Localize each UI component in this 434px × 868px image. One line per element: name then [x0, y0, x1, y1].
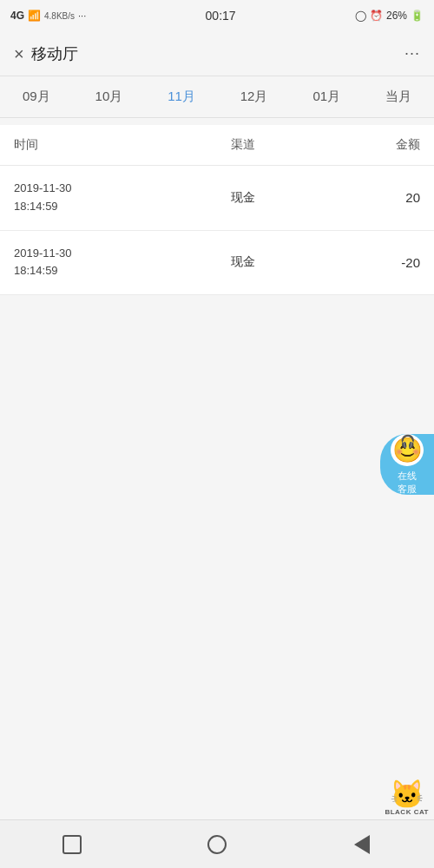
- row2-channel: 现金: [135, 254, 351, 270]
- status-right: ◯ ⏰ 26% 🔋: [355, 10, 424, 22]
- transaction-table: 时间 渠道 金额 2019-11-30 18:14:59 现金 20 2019-…: [0, 125, 434, 295]
- table-row: 2019-11-30 18:14:59 现金 -20: [0, 231, 434, 296]
- wifi-icon: 📶: [28, 10, 41, 22]
- table-row: 2019-11-30 18:14:59 现金 20: [0, 166, 434, 231]
- app-bar: × 移动厅 ···: [0, 31, 434, 76]
- close-button[interactable]: ×: [14, 45, 24, 62]
- row2-time: 2019-11-30 18:14:59: [14, 245, 135, 281]
- tab-10[interactable]: 10月: [92, 82, 127, 112]
- app-bar-left: × 移动厅: [14, 43, 404, 64]
- nav-back-button[interactable]: [341, 824, 383, 865]
- status-time: 00:17: [206, 9, 236, 23]
- status-bar: 4G 📶 4.8KB/s ··· 00:17 ◯ ⏰ 26% 🔋: [0, 0, 434, 31]
- tab-11[interactable]: 11月: [164, 82, 199, 112]
- bottom-nav: [0, 819, 434, 868]
- tab-01[interactable]: 01月: [309, 82, 344, 112]
- location-icon: ◯: [355, 10, 366, 22]
- alarm-icon: ⏰: [370, 10, 383, 22]
- online-service-button[interactable]: 😊 🎧 在线 客服: [380, 434, 434, 495]
- more-dots: ···: [78, 10, 86, 21]
- square-icon: [62, 835, 82, 854]
- more-button[interactable]: ···: [404, 44, 420, 62]
- tab-09[interactable]: 09月: [19, 82, 54, 112]
- nav-home-button[interactable]: [196, 824, 238, 865]
- tab-current[interactable]: 当月: [382, 82, 415, 112]
- black-cat-text: BLACK CAT: [385, 808, 429, 816]
- black-cat-badge: 🐱 BLACK CAT: [385, 780, 429, 816]
- battery-level: 26%: [386, 10, 407, 22]
- header-channel: 渠道: [135, 137, 351, 153]
- row1-time: 2019-11-30 18:14:59: [14, 180, 135, 216]
- header-time: 时间: [14, 137, 135, 153]
- back-icon: [354, 835, 370, 854]
- battery-icon: 🔋: [411, 10, 424, 22]
- cat-icon: 🐱: [390, 780, 424, 808]
- service-text: 在线 客服: [398, 470, 417, 495]
- row1-channel: 现金: [135, 190, 351, 206]
- row2-amount: -20: [351, 255, 420, 270]
- header-amount: 金额: [351, 137, 420, 153]
- speed-display: 4.8KB/s: [44, 11, 75, 21]
- app-title: 移动厅: [31, 43, 78, 64]
- row1-amount: 20: [351, 190, 420, 205]
- table-header: 时间 渠道 金额: [0, 125, 434, 166]
- tab-12[interactable]: 12月: [237, 82, 272, 112]
- signal-text: 4G: [10, 10, 24, 22]
- circle-icon: [207, 835, 227, 854]
- nav-square-button[interactable]: [51, 824, 93, 865]
- month-tabs: 09月 10月 11月 12月 01月 当月: [0, 76, 434, 118]
- status-left: 4G 📶 4.8KB/s ···: [10, 10, 86, 22]
